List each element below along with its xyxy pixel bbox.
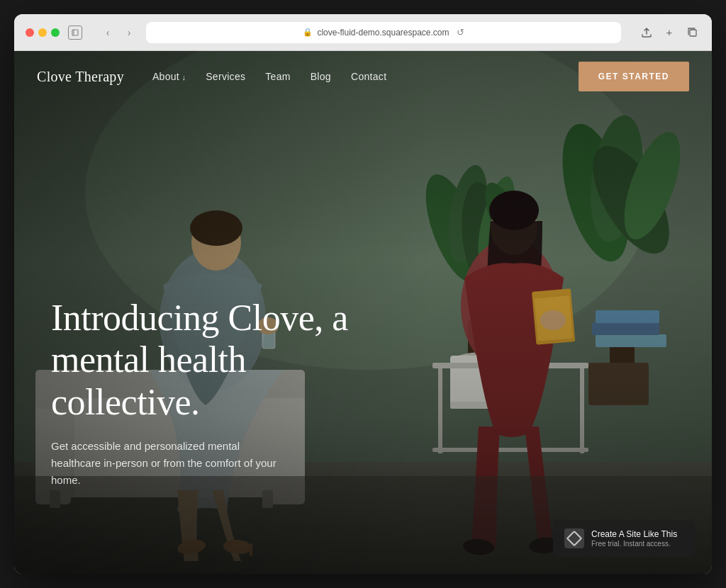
window-icon bbox=[68, 26, 82, 40]
nav-about[interactable]: About bbox=[152, 71, 186, 82]
website-content: Clove Therapy About Services Team Blog C… bbox=[14, 51, 712, 574]
get-started-button[interactable]: GET STARTED bbox=[579, 62, 689, 91]
navbar: Clove Therapy About Services Team Blog C… bbox=[14, 51, 712, 102]
back-button[interactable]: ‹ bbox=[99, 24, 116, 41]
refresh-icon[interactable]: ↺ bbox=[457, 27, 464, 38]
lock-icon: 🔒 bbox=[303, 28, 313, 37]
hero-subtitle: Get accessible and personalized mental h… bbox=[51, 438, 292, 489]
forward-button[interactable]: › bbox=[121, 24, 138, 41]
nav-blog[interactable]: Blog bbox=[311, 71, 331, 82]
share-button[interactable] bbox=[638, 24, 655, 41]
nav-services[interactable]: Services bbox=[206, 71, 245, 82]
nav-links: About Services Team Blog Contact bbox=[152, 70, 386, 83]
copy-button[interactable] bbox=[683, 24, 700, 41]
address-bar[interactable]: 🔒 clove-fluid-demo.squarespace.com ↺ bbox=[146, 22, 621, 43]
browser-chrome: ‹ › 🔒 clove-fluid-demo.squarespace.com ↺… bbox=[14, 14, 712, 51]
url-text: clove-fluid-demo.squarespace.com bbox=[317, 28, 449, 38]
squarespace-badge[interactable]: Create A Site Like This Free trial. Inst… bbox=[553, 520, 695, 557]
browser-navigation: ‹ › bbox=[99, 24, 138, 41]
brand-logo[interactable]: Clove Therapy bbox=[37, 69, 124, 85]
squarespace-logo-icon bbox=[566, 531, 583, 547]
close-button[interactable] bbox=[26, 28, 34, 37]
new-tab-button[interactable]: + bbox=[661, 24, 678, 41]
svg-rect-2 bbox=[690, 30, 696, 36]
fullscreen-button[interactable] bbox=[51, 28, 60, 37]
nav-contact[interactable]: Contact bbox=[351, 71, 386, 82]
hero-content: Introducing Clove, a mental health colle… bbox=[51, 297, 391, 489]
hero-title: Introducing Clove, a mental health colle… bbox=[51, 297, 391, 424]
nav-team[interactable]: Team bbox=[265, 71, 290, 82]
browser-window: ‹ › 🔒 clove-fluid-demo.squarespace.com ↺… bbox=[14, 14, 712, 574]
traffic-lights bbox=[26, 28, 60, 37]
squarespace-logo bbox=[564, 528, 584, 548]
badge-main-text: Create A Site Like This bbox=[591, 529, 677, 539]
svg-rect-0 bbox=[72, 30, 78, 35]
badge-text: Create A Site Like This Free trial. Inst… bbox=[591, 529, 677, 548]
minimize-button[interactable] bbox=[38, 28, 47, 37]
browser-actions: + bbox=[638, 24, 700, 41]
badge-sub-text: Free trial. Instant access. bbox=[591, 540, 677, 548]
